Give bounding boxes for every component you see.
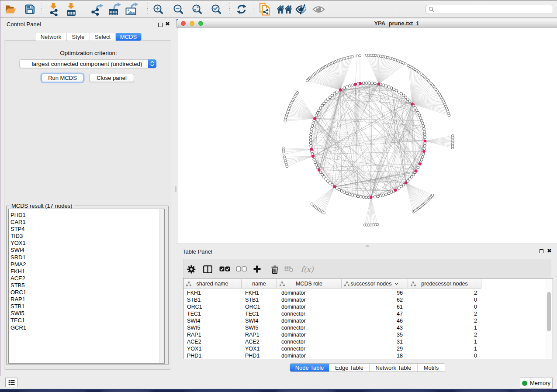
mcds-list-scrollbar[interactable] bbox=[159, 209, 164, 363]
mcds-result-item[interactable]: RAP1 bbox=[9, 296, 164, 303]
table-cell: FKH1 bbox=[242, 290, 277, 296]
mcds-result-item[interactable]: PMA2 bbox=[9, 261, 164, 268]
column-type-icon bbox=[344, 282, 349, 286]
table-row[interactable]: ORC1ORC1dominator610 bbox=[183, 303, 553, 310]
table-cell: 43 bbox=[342, 325, 408, 331]
tab-style[interactable]: Style bbox=[67, 33, 90, 41]
table-row[interactable]: FKH1FKH1dominator962 bbox=[183, 289, 553, 296]
mcds-result-item[interactable]: YOX1 bbox=[9, 240, 164, 247]
search-input[interactable] bbox=[436, 6, 553, 13]
table-scrollbar[interactable] bbox=[545, 279, 553, 359]
mcds-result-item[interactable]: SRD1 bbox=[9, 254, 164, 261]
table-cell: connector bbox=[277, 325, 342, 331]
vertical-splitter-handle[interactable] bbox=[175, 186, 176, 192]
memory-button[interactable]: Memory bbox=[520, 378, 553, 389]
add-column-icon[interactable] bbox=[249, 259, 264, 279]
save-session-icon[interactable] bbox=[21, 0, 38, 18]
mcds-result-item[interactable]: GCR1 bbox=[9, 324, 164, 331]
column-header-name[interactable]: name bbox=[242, 279, 277, 288]
column-header-successor-nodes[interactable]: successor nodes bbox=[342, 279, 408, 288]
horizontal-splitter-grip[interactable] bbox=[366, 245, 369, 247]
optimization-criterion-select[interactable]: largest connected component (undirected) bbox=[19, 59, 156, 68]
table-row[interactable]: SWI5SWI5connector431 bbox=[183, 324, 553, 331]
delete-table-icon[interactable] bbox=[281, 259, 296, 279]
mcds-result-item[interactable]: FKH1 bbox=[9, 268, 164, 275]
tab-select[interactable]: Select bbox=[90, 33, 116, 41]
table-panel-float-icon[interactable] bbox=[540, 249, 543, 253]
table-panel-close-icon[interactable]: ✖ bbox=[547, 248, 552, 254]
column-header-label: name bbox=[252, 281, 266, 287]
zoom-fit-icon[interactable] bbox=[188, 0, 206, 18]
table-row[interactable]: RAP1RAP1dominator352 bbox=[183, 331, 553, 338]
column-header-MCDS-role[interactable]: MCDS role bbox=[277, 279, 342, 288]
zoom-in-icon[interactable] bbox=[149, 0, 167, 18]
select-all-columns-icon[interactable] bbox=[217, 259, 232, 279]
mcds-result-item[interactable]: PHD1 bbox=[9, 212, 164, 219]
table-row[interactable]: ACE2ACE2connector311 bbox=[183, 338, 553, 345]
optimization-criterion-label: Optimization criterion: bbox=[0, 50, 176, 56]
optimization-criterion-value: largest connected component (undirected) bbox=[20, 61, 148, 67]
table-row[interactable]: STB1STB1dominator620 bbox=[183, 296, 553, 303]
horizontal-splitter[interactable] bbox=[176, 244, 557, 248]
table-row[interactable]: SWI4SWI4dominator462 bbox=[183, 317, 553, 324]
tab-network-table[interactable]: Network Table bbox=[370, 364, 418, 371]
search-box[interactable] bbox=[426, 5, 553, 14]
delete-column-icon[interactable] bbox=[267, 259, 282, 279]
control-panel-close-icon[interactable]: ✖ bbox=[165, 21, 170, 27]
table-row[interactable]: YOX1YOX1connector291 bbox=[183, 345, 553, 352]
show-eye-icon[interactable] bbox=[310, 0, 327, 18]
table-cell: dominator bbox=[277, 304, 342, 310]
tab-mcds[interactable]: MCDS bbox=[116, 33, 141, 41]
network-graph[interactable] bbox=[177, 28, 557, 244]
network-canvas[interactable] bbox=[177, 28, 557, 244]
mcds-result-item[interactable]: STB5 bbox=[9, 282, 164, 289]
apply-layout-icon[interactable] bbox=[233, 0, 250, 18]
column-header-shared-name[interactable]: shared name bbox=[183, 279, 242, 288]
mcds-result-item[interactable]: STP4 bbox=[9, 226, 164, 233]
return-to-home-icon[interactable] bbox=[276, 0, 293, 18]
table-row[interactable]: PHD1PHD1dominator180 bbox=[183, 352, 553, 359]
status-bar: Memory bbox=[0, 376, 557, 389]
hide-eye-icon[interactable] bbox=[292, 0, 310, 18]
mcds-result-item[interactable]: TEC1 bbox=[9, 317, 164, 324]
wallpaper-texture bbox=[17, 390, 87, 392]
task-list-icon bbox=[8, 380, 15, 385]
mcds-result-item[interactable]: ACE2 bbox=[9, 275, 164, 282]
close-panel-button[interactable]: Close panel bbox=[89, 74, 134, 82]
wallpaper-texture bbox=[454, 390, 511, 392]
table-cell: 46 bbox=[342, 318, 408, 324]
open-in-cytoscape-icon[interactable] bbox=[256, 0, 273, 18]
export-network-icon[interactable] bbox=[89, 0, 106, 18]
mcds-result-item[interactable]: STB1 bbox=[9, 303, 164, 310]
export-table-icon[interactable] bbox=[106, 0, 123, 18]
table-scrollbar-thumb[interactable] bbox=[547, 292, 551, 331]
task-history-button[interactable] bbox=[5, 378, 17, 387]
function-builder-icon[interactable]: f(x) bbox=[300, 259, 315, 279]
mcds-result-item[interactable]: TID3 bbox=[9, 233, 164, 240]
table-cell: 2 bbox=[408, 318, 481, 324]
table-row[interactable]: TEC1TEC1connector472 bbox=[183, 310, 553, 317]
unselect-all-columns-icon[interactable] bbox=[234, 259, 249, 279]
zoom-out-icon[interactable] bbox=[170, 0, 187, 18]
run-mcds-button[interactable]: Run MCDS bbox=[42, 74, 83, 82]
control-panel-float-icon[interactable] bbox=[158, 23, 163, 27]
open-session-icon[interactable] bbox=[2, 0, 20, 18]
mcds-result-list[interactable]: PHD1CAR1STP4TID3YOX1SWI4SRD1PMA2FKH1ACE2… bbox=[8, 209, 165, 364]
export-image-icon[interactable] bbox=[123, 0, 140, 18]
column-header-predecessor-nodes[interactable]: predecessor nodes bbox=[408, 279, 481, 288]
zoom-selected-icon[interactable] bbox=[208, 0, 225, 18]
mcds-result-item[interactable]: SWI5 bbox=[9, 310, 164, 317]
tab-network[interactable]: Network bbox=[35, 33, 67, 41]
tab-node-table[interactable]: Node Table bbox=[290, 364, 329, 371]
mcds-result-item[interactable]: ORC1 bbox=[9, 289, 164, 296]
table-toolbar: f(x) bbox=[183, 259, 551, 279]
toolbar-separator bbox=[42, 3, 42, 15]
gear-icon[interactable] bbox=[184, 259, 199, 279]
mcds-result-item[interactable]: CAR1 bbox=[9, 219, 164, 226]
mcds-result-item[interactable]: SWI4 bbox=[9, 247, 164, 254]
tab-motifs[interactable]: Motifs bbox=[418, 364, 445, 371]
import-network-icon[interactable] bbox=[45, 0, 63, 18]
split-panel-icon[interactable] bbox=[200, 259, 215, 279]
tab-edge-table[interactable]: Edge Table bbox=[329, 364, 370, 371]
import-table-icon[interactable] bbox=[62, 0, 80, 18]
